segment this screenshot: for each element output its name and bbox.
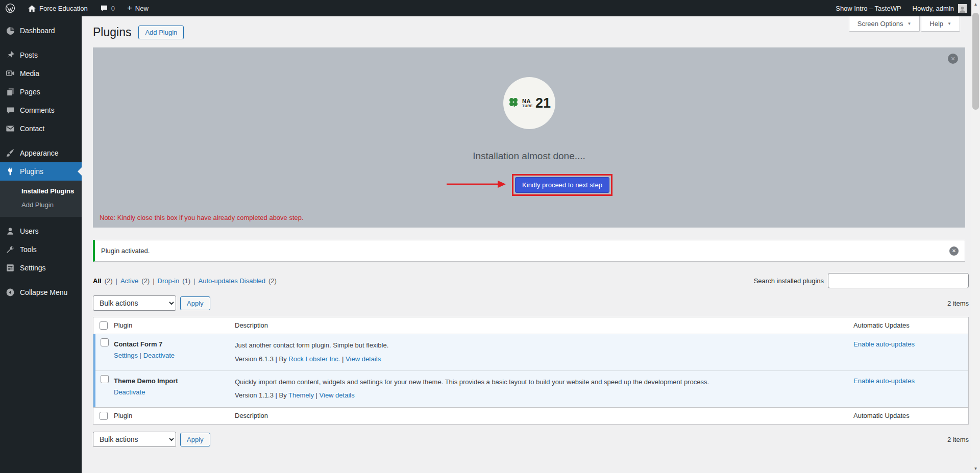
sidebar-label: Appearance: [20, 148, 59, 158]
items-count: 2 items: [947, 300, 969, 307]
separator: |: [342, 355, 344, 363]
nature21-logo: NA TURE 21: [503, 77, 555, 129]
logo-wordmark: NA TURE: [522, 98, 533, 108]
scroll-down-icon[interactable]: ▼: [971, 464, 980, 473]
logo-na: NA: [522, 98, 533, 104]
dashboard-icon: [5, 26, 15, 36]
deactivate-link[interactable]: Deactivate: [114, 388, 145, 396]
row-checkbox-cell: [95, 371, 114, 387]
screen-options-label: Screen Options: [857, 20, 903, 28]
plugin-activated-notice: Plugin activated. ✕: [93, 240, 965, 262]
help-tab[interactable]: Help ▼: [921, 16, 960, 32]
sidebar-item-comments[interactable]: Comments: [0, 101, 82, 119]
sidebar-label: Collapse Menu: [20, 288, 67, 297]
filter-drop-in[interactable]: Drop-in: [158, 277, 180, 285]
comments-icon: [5, 105, 15, 115]
theme-install-banner: ✕ NA TURE 21 Installation almost done...…: [93, 47, 965, 228]
sidebar-item-pages[interactable]: Pages: [0, 83, 82, 101]
sidebar-item-contact[interactable]: Contact: [0, 119, 82, 138]
new-content-button[interactable]: + New: [122, 0, 154, 16]
submenu-add-plugin[interactable]: Add Plugin: [0, 198, 82, 212]
comments-count: 0: [111, 5, 115, 12]
banner-close-icon[interactable]: ✕: [948, 54, 958, 64]
collapse-menu-button[interactable]: Collapse Menu: [0, 283, 82, 302]
submenu-installed-plugins[interactable]: Installed Plugins: [0, 184, 82, 198]
proceed-next-step-button[interactable]: Kindly proceed to next step: [515, 177, 609, 193]
plugin-name: Contact Form 7: [114, 340, 162, 348]
plugin-status-filters: All (2) | Active (2) | Drop-in (1) | Aut…: [93, 277, 277, 285]
screen-options-tab[interactable]: Screen Options ▼: [849, 16, 920, 32]
enable-auto-updates-link[interactable]: Enable auto-updates: [853, 340, 915, 348]
row-checkbox-cell: [95, 334, 114, 351]
filter-active[interactable]: Active: [120, 277, 138, 285]
sidebar-item-dashboard[interactable]: Dashboard: [0, 21, 82, 40]
notice-text: Plugin activated.: [101, 247, 150, 255]
add-plugin-button[interactable]: Add Plugin: [138, 26, 184, 39]
select-all-checkbox[interactable]: [100, 321, 108, 330]
bulk-actions-select[interactable]: Bulk actions: [93, 295, 176, 311]
apply-button[interactable]: Apply: [180, 433, 210, 446]
deactivate-link[interactable]: Deactivate: [143, 352, 175, 359]
scrollbar-thumb[interactable]: [972, 13, 979, 110]
bulk-actions-select[interactable]: Bulk actions: [93, 432, 176, 447]
content-area: Screen Options ▼ Help ▼ Plugins Add Plug…: [82, 16, 980, 473]
notice-dismiss-icon[interactable]: ✕: [949, 246, 959, 256]
plugin-icon: [5, 166, 15, 177]
separator: |: [116, 277, 117, 285]
scrollbar-track[interactable]: [971, 9, 980, 464]
select-all-checkbox[interactable]: [100, 412, 108, 420]
show-intro-link[interactable]: Show Intro – TasteWP: [836, 5, 901, 12]
sidebar-item-users[interactable]: Users: [0, 222, 82, 240]
vertical-scrollbar[interactable]: ▲ ▼: [971, 0, 980, 473]
settings-link[interactable]: Settings: [114, 352, 138, 359]
sidebar-label: Settings: [20, 263, 46, 272]
proceed-row: Kindly proceed to next step: [446, 174, 612, 196]
filter-count: (2): [105, 277, 113, 285]
sidebar-label: Media: [20, 69, 39, 78]
logo-ture: TURE: [522, 104, 533, 108]
comment-bubble-icon: [100, 4, 108, 12]
separator: |: [140, 352, 141, 359]
scroll-up-icon[interactable]: ▲: [971, 0, 980, 9]
auto-updates-cell: Enable auto-updates: [853, 334, 968, 356]
pages-icon: [5, 87, 15, 97]
author-link[interactable]: Rock Lobster Inc.: [288, 355, 340, 363]
filter-row: All (2) | Active (2) | Drop-in (1) | Aut…: [93, 273, 969, 288]
row-checkbox[interactable]: [101, 375, 109, 383]
apply-button[interactable]: Apply: [180, 296, 210, 310]
plugin-title-cell: Contact Form 7 Settings | Deactivate: [114, 334, 235, 367]
page-title: Plugins: [93, 26, 131, 39]
sidebar-item-appearance[interactable]: Appearance: [0, 144, 82, 162]
view-details-link[interactable]: View details: [346, 355, 381, 363]
enable-auto-updates-link[interactable]: Enable auto-updates: [853, 377, 915, 385]
sidebar-item-tools[interactable]: Tools: [0, 240, 82, 259]
account-menu[interactable]: Howdy, admin: [913, 0, 967, 16]
author-link[interactable]: Themely: [288, 391, 314, 399]
admin-sidebar: Dashboard Posts Media Pages Comments: [0, 16, 82, 473]
view-details-link[interactable]: View details: [320, 391, 355, 399]
select-all-checkbox-cell: [93, 317, 114, 334]
sidebar-item-settings[interactable]: Settings: [0, 259, 82, 277]
media-icon: [5, 68, 15, 79]
items-count: 2 items: [947, 436, 969, 443]
search-installed-plugins-input[interactable]: [828, 273, 969, 288]
wordpress-menu[interactable]: [0, 0, 20, 16]
filter-all[interactable]: All: [93, 277, 102, 285]
howdy-text: Howdy, admin: [913, 5, 954, 12]
filter-label: Drop-in: [158, 277, 180, 285]
sidebar-item-media[interactable]: Media: [0, 64, 82, 83]
mail-icon: [5, 123, 15, 134]
sidebar-label: Plugins: [20, 167, 43, 176]
table-row: Theme Demo Import Deactivate Quickly imp…: [93, 371, 968, 408]
filter-auto-updates-disabled[interactable]: Auto-updates Disabled: [199, 277, 266, 285]
sidebar-item-posts[interactable]: Posts: [0, 46, 82, 64]
filter-label: Active: [120, 277, 138, 285]
row-actions: Settings | Deactivate: [114, 352, 230, 359]
row-checkbox[interactable]: [101, 338, 109, 346]
site-name-link[interactable]: Force Education: [22, 0, 93, 16]
sidebar-item-plugins[interactable]: Plugins: [0, 162, 82, 181]
search-label: Search installed plugins: [754, 277, 824, 285]
comments-indicator[interactable]: 0: [95, 0, 120, 16]
row-actions: Deactivate: [114, 388, 230, 396]
help-label: Help: [929, 20, 943, 28]
